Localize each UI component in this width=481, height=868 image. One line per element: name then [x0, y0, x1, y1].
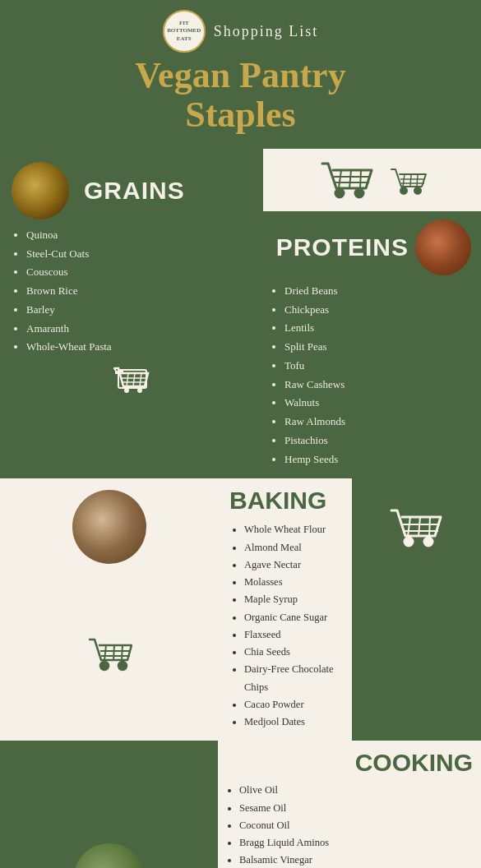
- svg-line-23: [104, 645, 106, 660]
- cooking-cart-area: [352, 478, 481, 741]
- list-item: Flaxseed: [244, 626, 344, 644]
- svg-line-31: [419, 517, 420, 536]
- proteins-section: PROTEINS Dried Beans Chickpeas Lentils S…: [263, 211, 481, 479]
- list-item: Couscous: [26, 263, 253, 282]
- list-item: Lentils: [284, 319, 471, 338]
- list-item: Hemp Seeds: [284, 450, 471, 469]
- list-item: Chia Seeds: [244, 644, 344, 661]
- proteins-image: [415, 219, 471, 275]
- list-item: Maple Syrup: [244, 591, 344, 608]
- cart-icon-large: [318, 157, 376, 203]
- grains-list: Quinoa Steel-Cut Oats Couscous Brown Ric…: [12, 226, 253, 357]
- list-item: Balsamic Vinegar: [239, 852, 473, 868]
- list-item: Molasses: [244, 574, 344, 591]
- svg-line-16: [403, 174, 405, 187]
- list-item: Bragg Liquid Aminos: [239, 834, 473, 852]
- list-item: Raw Cashews: [284, 376, 471, 395]
- row2: BAKING Whole Wheat Flour Almond Meal Aga…: [0, 478, 481, 741]
- list-item: Barley: [26, 301, 253, 320]
- list-item: Raw Almonds: [284, 413, 471, 432]
- baking-title: BAKING: [229, 487, 326, 515]
- list-item: Whole Wheat Flour: [244, 521, 344, 538]
- list-item: Steel-Cut Oats: [26, 245, 253, 264]
- list-item: Agave Nectar: [244, 556, 344, 574]
- list-item: Whole-Wheat Pasta: [26, 338, 253, 357]
- grains-section: GRAINS Quinoa Steel-Cut Oats Couscous Br…: [0, 149, 263, 479]
- cooking-list: Olive Oil Sesame Oil Coconut Oil Bragg L…: [224, 782, 473, 868]
- svg-line-9: [339, 170, 341, 188]
- header-subtitle: Shopping List: [214, 23, 319, 40]
- baking-list: Whole Wheat Flour Almond Meal Agave Nect…: [229, 521, 344, 731]
- list-item: Dried Beans: [284, 282, 471, 301]
- cart-icon-small: [389, 164, 427, 196]
- baking-header: BAKING: [229, 487, 344, 515]
- svg-point-15: [355, 189, 363, 197]
- svg-point-6: [124, 388, 129, 393]
- logo: FIT BOTTOMED EATS: [163, 10, 206, 53]
- list-item: Organic Cane Sugar: [244, 609, 344, 626]
- cooking-left: [0, 741, 218, 868]
- svg-point-35: [405, 538, 413, 546]
- svg-line-17: [410, 174, 411, 187]
- svg-line-10: [349, 170, 351, 188]
- cart-icon-baking: [86, 634, 132, 672]
- list-item: Olive Oil: [239, 782, 473, 799]
- page-wrapper: FIT BOTTOMED EATS Shopping List Vegan Pa…: [0, 0, 481, 868]
- baking-section: BAKING Whole Wheat Flour Almond Meal Aga…: [218, 478, 352, 741]
- list-item: Quinoa: [26, 226, 253, 245]
- svg-line-18: [417, 174, 418, 187]
- svg-point-36: [424, 538, 432, 546]
- list-item: Brown Rice: [26, 282, 253, 301]
- list-item: Coconut Oil: [239, 817, 473, 834]
- list-item: Tofu: [284, 357, 471, 376]
- row1-right: PROTEINS Dried Beans Chickpeas Lentils S…: [263, 149, 481, 479]
- list-item: Almond Meal: [244, 539, 344, 556]
- list-item: Pistachios: [284, 432, 471, 450]
- svg-point-28: [100, 662, 109, 670]
- svg-line-30: [408, 517, 410, 536]
- grains-image: [12, 162, 69, 219]
- carts-top-right: [263, 149, 481, 211]
- page-title: Vegan Pantry Staples: [13, 56, 468, 136]
- cooking-title: COOKING: [355, 749, 473, 777]
- svg-line-3: [140, 373, 141, 386]
- cooking-section: COOKING Olive Oil Sesame Oil Coconut Oil…: [218, 741, 481, 868]
- list-item: Cacao Powder: [244, 696, 344, 713]
- svg-point-29: [118, 662, 127, 670]
- row3: COOKING Olive Oil Sesame Oil Coconut Oil…: [0, 741, 481, 868]
- cart-icon-cooking: [387, 503, 445, 551]
- list-item: Walnuts: [284, 394, 471, 413]
- main-content: GRAINS Quinoa Steel-Cut Oats Couscous Br…: [0, 149, 481, 868]
- svg-point-7: [137, 388, 142, 393]
- svg-line-11: [360, 170, 361, 188]
- header: FIT BOTTOMED EATS Shopping List Vegan Pa…: [0, 0, 481, 149]
- list-item: Dairy-Free Chocolate Chips: [244, 661, 344, 696]
- header-top: FIT BOTTOMED EATS Shopping List: [13, 10, 468, 53]
- grains-title: GRAINS: [84, 177, 185, 205]
- list-item: Sesame Oil: [239, 800, 473, 817]
- svg-line-25: [122, 645, 123, 660]
- svg-line-2: [133, 373, 135, 386]
- svg-point-21: [400, 187, 407, 194]
- cooking-image: [73, 843, 146, 868]
- baking-image: [72, 490, 146, 564]
- list-item: Medjool Dates: [244, 713, 344, 731]
- list-item: Chickpeas: [284, 301, 471, 320]
- proteins-title: PROTEINS: [276, 233, 409, 261]
- svg-point-22: [414, 187, 421, 194]
- baking-left: [0, 478, 218, 741]
- svg-point-14: [335, 189, 344, 197]
- list-item: Amaranth: [26, 320, 253, 339]
- cart-icon: [112, 365, 153, 398]
- cooking-header: COOKING: [224, 749, 473, 777]
- svg-line-1: [127, 373, 128, 386]
- row1: GRAINS Quinoa Steel-Cut Oats Couscous Br…: [0, 149, 481, 479]
- proteins-list: Dried Beans Chickpeas Lentils Split Peas…: [270, 282, 471, 469]
- svg-line-32: [429, 517, 430, 536]
- svg-line-24: [113, 645, 114, 660]
- list-item: Split Peas: [284, 338, 471, 357]
